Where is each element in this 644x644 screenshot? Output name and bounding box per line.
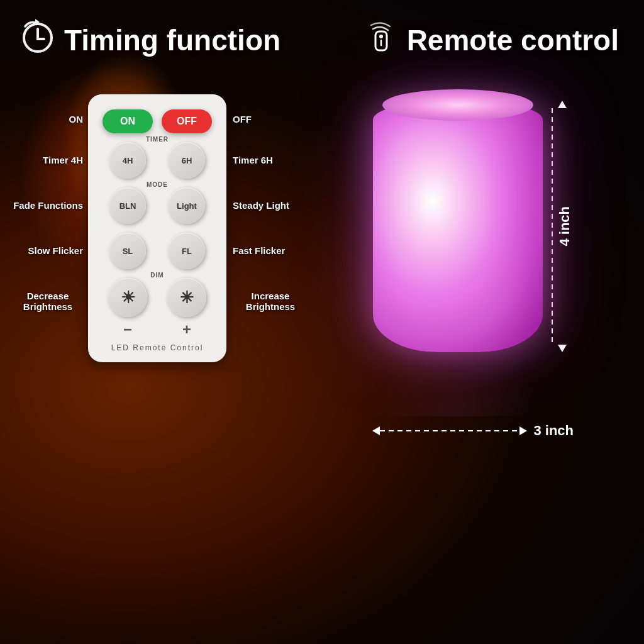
off-button[interactable]: OFF	[162, 109, 212, 133]
candle	[373, 101, 543, 352]
h-dashed-line	[380, 430, 519, 431]
svg-point-3	[379, 35, 383, 38]
arrow-down	[558, 345, 567, 352]
sl-fl-row: SL FL	[98, 233, 216, 269]
mode-row: MODE BLN Light	[98, 187, 216, 224]
candle-section: 4 inch 3 inch	[321, 88, 625, 439]
label-slow-flicker: Slow Flicker	[13, 228, 83, 273]
remote-bottom-label: LED Remote Control	[98, 343, 216, 352]
dim-decrease-button[interactable]: ☀	[108, 278, 147, 317]
timing-header: Timing function	[19, 18, 280, 63]
mode-label: MODE	[147, 181, 168, 188]
arrow-left	[372, 426, 380, 435]
dim-label: DIM	[150, 272, 164, 279]
label-decrease-brightness: Decrease Brightness	[13, 273, 83, 330]
bln-button[interactable]: BLN	[109, 187, 146, 224]
left-labels: ON Timer 4H Fade Functions Slow Flicker	[13, 101, 88, 330]
dim-row: DIM ☀ ✳	[98, 278, 216, 317]
candle-container	[373, 101, 543, 416]
label-off: OFF	[233, 101, 308, 137]
light-button[interactable]: Light	[169, 187, 205, 224]
arrow-right	[519, 426, 527, 435]
on-off-row: ON OFF	[98, 109, 216, 133]
remote-title: Remote control	[407, 23, 619, 57]
plus-minus-row: − +	[98, 321, 216, 338]
main-content: Timing function Remote control	[0, 0, 644, 644]
plus-button[interactable]: +	[182, 321, 191, 338]
timer-6h-button[interactable]: 6H	[169, 142, 205, 179]
timer-label: TIMER	[146, 136, 169, 143]
on-button[interactable]: ON	[103, 109, 153, 133]
sl-button[interactable]: SL	[109, 233, 146, 269]
fl-button[interactable]: FL	[169, 233, 205, 269]
candle-reflection	[373, 353, 543, 416]
timing-title: Timing function	[64, 23, 280, 57]
width-measurement: 3 inch	[372, 423, 574, 439]
remote-with-labels: ON Timer 4H Fade Functions Slow Flicker	[13, 94, 308, 362]
timing-icon	[19, 18, 57, 63]
label-on: ON	[13, 101, 83, 137]
label-fade: Fade Functions	[13, 182, 83, 228]
remote-control-icon	[362, 20, 399, 60]
header: Timing function Remote control	[0, 0, 644, 75]
right-labels: OFF Timer 6H Steady Light Fast Flicker	[226, 101, 308, 330]
v-dashed-line	[552, 108, 553, 345]
remote-header: Remote control	[362, 20, 619, 60]
arrow-up	[558, 101, 567, 108]
width-label: 3 inch	[533, 423, 574, 439]
label-increase-brightness: Increase Brightness	[233, 273, 308, 330]
label-fast-flicker: Fast Flicker	[233, 228, 308, 273]
label-steady-light: Steady Light	[233, 182, 308, 228]
label-timer4h: Timer 4H	[13, 137, 83, 182]
remote-control: ON OFF TIMER 4H 6H MODE BLN Light	[88, 94, 226, 362]
dim-increase-button[interactable]: ✳	[167, 278, 206, 317]
label-timer6h: Timer 6H	[233, 137, 308, 182]
candle-top	[382, 89, 533, 121]
height-measurement: 4 inch	[552, 101, 573, 352]
main-area: ON Timer 4H Fade Functions Slow Flicker	[0, 75, 644, 445]
height-label: 4 inch	[557, 206, 573, 247]
timer-4h-button[interactable]: 4H	[109, 142, 146, 179]
minus-button[interactable]: −	[123, 321, 132, 338]
candle-with-measurement: 4 inch	[373, 101, 573, 416]
timer-row: TIMER 4H 6H	[98, 142, 216, 179]
